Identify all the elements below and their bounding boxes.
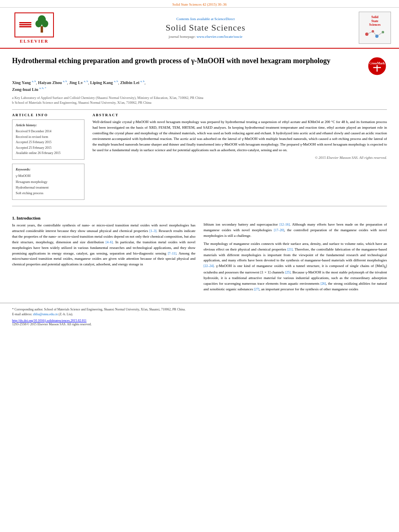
main-right-col: lithium ion secondary battery and superc… — [204, 212, 387, 295]
affiliation-a: a Key Laboratory of Applied Surface and … — [12, 95, 387, 101]
top-bar: Solid State Sciences 42 (2015) 30–36 — [0, 0, 399, 8]
accepted-date: Accepted 25 February 2015 — [16, 145, 81, 151]
divider — [12, 109, 387, 110]
homepage-url[interactable]: www.elsevier.com/locate/ssscie — [197, 35, 243, 39]
keyword-3: Hydrothermal treatment — [16, 185, 81, 190]
corresponding-author-note: * Corresponding author. School of Materi… — [12, 307, 387, 318]
issn-line: 1293-2558/© 2015 Elsevier Masson SAS. Al… — [12, 322, 387, 326]
doi-line[interactable]: http://dx.doi.org/10.1016/j.solidstatesc… — [12, 319, 387, 322]
keywords-label: Keywords: — [16, 167, 81, 171]
intro-paragraph-3: The morphology of manganese oxides conne… — [204, 241, 387, 292]
elsevier-tree-icon — [35, 15, 49, 35]
svg-line-8 — [367, 31, 373, 34]
journal-header-right: Solid State Sciences — [351, 12, 391, 44]
article-info-abstract: ARTICLE INFO Article history: Received 9… — [12, 113, 387, 200]
received-date: Received 9 December 2014 — [16, 129, 81, 134]
article-title-section: Hydrothermal etching preparation and gro… — [12, 53, 387, 76]
authors-line: Xing Yang a, b, Haiyan Zhou a, b, Jing L… — [12, 79, 387, 93]
crossmark-badge[interactable]: CrossMark — [367, 56, 387, 76]
elsevier-logo: ELSEVIER — [8, 12, 60, 43]
abstract-text: Well-defined single crystal γ-MnOOH with… — [93, 119, 387, 153]
journal-homepage: journal homepage: www.elsevier.com/locat… — [60, 35, 351, 39]
keyword-4: Soft etching process — [16, 190, 81, 196]
article-history-label: Article history: — [16, 123, 81, 127]
svg-line-10 — [377, 32, 383, 36]
main-content: 1. Introduction In recent years, the con… — [0, 208, 399, 299]
revised-date: Accepted 25 February 2015 — [16, 140, 51, 144]
affiliation-b: b School of Materials Science and Engine… — [12, 100, 387, 105]
svg-rect-3 — [41, 26, 43, 33]
elsevier-name: ELSEVIER — [20, 39, 49, 43]
article-body: Hydrothermal etching preparation and gro… — [0, 49, 399, 204]
svg-text:CrossMark: CrossMark — [369, 62, 385, 65]
left-column: ARTICLE INFO Article history: Received 9… — [12, 113, 84, 200]
main-left-col: 1. Introduction In recent years, the con… — [12, 212, 195, 295]
article-history-block: Article history: Received 9 December 201… — [12, 119, 84, 160]
author-email[interactable]: zhliu@snnu.edu.cn — [33, 312, 58, 316]
intro-section-title: 1. Introduction — [12, 216, 195, 220]
right-column: ABSTRACT Well-defined single crystal γ-M… — [93, 113, 387, 200]
journal-header-center: Contents lists available at ScienceDirec… — [60, 17, 351, 39]
intro-paragraph-2: lithium ion secondary battery and superc… — [204, 222, 387, 239]
main-two-col: 1. Introduction In recent years, the con… — [12, 212, 387, 295]
keywords-block: Keywords: γ-MnOOH Hexagram morphology Hy… — [12, 164, 84, 200]
intro-paragraph-1: In recent years, the controllable synthe… — [12, 223, 195, 268]
keyword-1: γ-MnOOH — [16, 173, 81, 179]
section-divider — [12, 206, 387, 206]
journal-citation: Solid State Sciences 42 (2015) 30–36 — [172, 2, 226, 6]
copyright-line: © 2015 Elsevier Masson SAS. All rights r… — [93, 156, 387, 160]
svg-line-9 — [373, 31, 377, 36]
journal-header: ELSEVIER Contents lists available at Sci… — [0, 8, 399, 49]
article-info-heading: ARTICLE INFO — [12, 113, 84, 117]
article-title: Hydrothermal etching preparation and gro… — [12, 56, 367, 66]
crossmark-icon: CrossMark — [368, 57, 386, 75]
abstract-heading: ABSTRACT — [93, 113, 387, 117]
keyword-2: Hexagram morphology — [16, 179, 81, 185]
footnotes-section: * Corresponding author. School of Materi… — [0, 303, 399, 329]
page: Solid State Sciences 42 (2015) 30–36 ELS… — [0, 0, 399, 532]
molecular-structure-icon — [363, 28, 387, 40]
sciencedirect-link[interactable]: Contents lists available at ScienceDirec… — [60, 17, 351, 21]
journal-title: Solid State Sciences — [60, 23, 351, 33]
affiliations: a Key Laboratory of Applied Surface and … — [12, 95, 387, 106]
available-date: Available online 26 February 2015 — [16, 150, 81, 156]
journal-icon: Solid State Sciences — [359, 12, 391, 44]
